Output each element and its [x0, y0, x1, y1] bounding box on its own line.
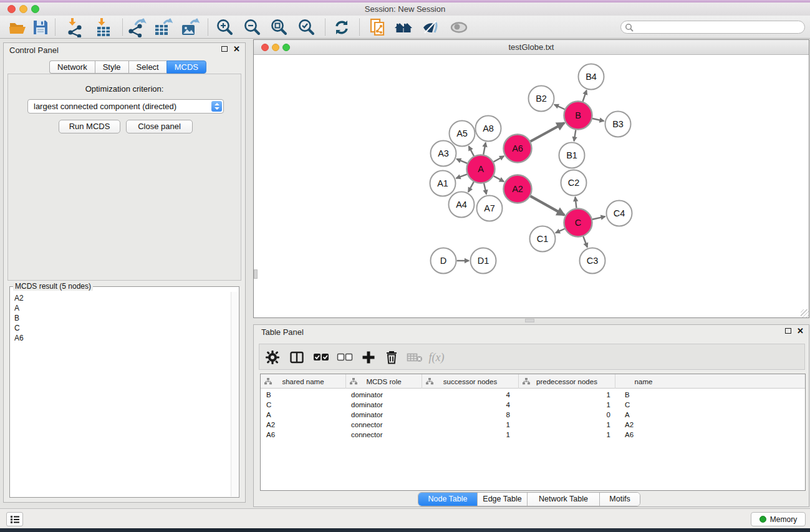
table-row[interactable]: C dominator 4 1 C: [261, 400, 805, 410]
mcds-result-item[interactable]: A2: [11, 293, 230, 303]
cell-mcds-role[interactable]: dominator: [346, 400, 422, 410]
cell-name[interactable]: A2: [615, 420, 672, 430]
save-session-button[interactable]: [30, 17, 51, 37]
cell-predecessor-nodes[interactable]: 1: [519, 400, 615, 410]
cell-shared-name[interactable]: B: [261, 390, 346, 400]
tab-select[interactable]: Select: [128, 60, 166, 74]
tab-network[interactable]: Network: [49, 60, 95, 74]
cell-successor-nodes[interactable]: 4: [422, 400, 519, 410]
float-panel-icon[interactable]: [221, 46, 228, 52]
table-row[interactable]: A2 connector 1 1 A2: [261, 420, 805, 430]
main-titlebar[interactable]: Session: New Session: [0, 2, 810, 16]
zoom-selected-button[interactable]: [296, 17, 317, 37]
clone-network-button[interactable]: [367, 17, 388, 37]
graph-edge-A6-B[interactable]: [531, 123, 564, 142]
select-all-button[interactable]: [311, 347, 331, 367]
cell-name[interactable]: A: [615, 410, 672, 420]
close-panel-icon[interactable]: ✕: [233, 45, 240, 53]
mcds-result-item[interactable]: C: [11, 323, 230, 333]
mcds-result-item[interactable]: A6: [11, 333, 230, 343]
mcds-result-item[interactable]: B: [11, 313, 230, 323]
graph-edge-C-C4[interactable]: [592, 216, 605, 220]
search-input[interactable]: [636, 22, 801, 32]
mcds-result-item[interactable]: A: [11, 303, 230, 313]
table-row[interactable]: A dominator 8 0 A: [261, 410, 805, 420]
cell-shared-name[interactable]: A: [261, 410, 346, 420]
cell-predecessor-nodes[interactable]: 1: [519, 430, 615, 440]
cell-predecessor-nodes[interactable]: 0: [519, 410, 615, 420]
mcds-result-list[interactable]: A2 A B C A6: [11, 293, 230, 496]
mcds-scrollbar[interactable]: [231, 292, 238, 496]
splitpane-grip-bottom[interactable]: [525, 319, 534, 322]
graph-edge-B-B2[interactable]: [554, 105, 565, 110]
zoom-in-button[interactable]: [215, 17, 236, 37]
cell-predecessor-nodes[interactable]: 1: [519, 420, 615, 430]
cell-successor-nodes[interactable]: 8: [422, 410, 519, 420]
hide-graphics-details-button[interactable]: [420, 17, 441, 37]
graph-edge-A-A7[interactable]: [484, 183, 486, 195]
column-header-shared-name[interactable]: shared name: [261, 374, 346, 389]
open-file-button[interactable]: [7, 17, 28, 37]
graph-edge-A-A5[interactable]: [469, 146, 474, 156]
cell-mcds-role[interactable]: dominator: [346, 390, 422, 400]
network-canvas[interactable]: B4B2BB3A5A8A6B1A3AA1C2A4A7A2C4CC1C3DD1: [254, 55, 809, 317]
graph-edge-C-C2[interactable]: [576, 197, 577, 208]
search-field[interactable]: [620, 21, 805, 34]
graph-edge-B-B1[interactable]: [574, 130, 576, 141]
delete-column-button[interactable]: [382, 347, 402, 367]
column-header-predecessor-nodes[interactable]: predecessor nodes: [519, 374, 615, 389]
graph-edge-A-A2[interactable]: [494, 176, 504, 181]
cell-name[interactable]: C: [615, 400, 672, 410]
cell-shared-name[interactable]: A2: [261, 420, 346, 430]
graph-edge-A-A4[interactable]: [468, 182, 474, 192]
zoom-fit-button[interactable]: [269, 17, 290, 37]
graph-edge-A-A1[interactable]: [456, 174, 467, 178]
column-header-successor-nodes[interactable]: successor nodes: [422, 374, 519, 389]
column-view-button[interactable]: [287, 347, 307, 367]
graph-edge-A-A6[interactable]: [494, 156, 504, 162]
home-view-button[interactable]: [393, 17, 414, 37]
export-network-button[interactable]: [126, 17, 147, 37]
zoom-out-button[interactable]: [242, 17, 263, 37]
graph-edge-C-C1[interactable]: [556, 229, 565, 233]
export-table-button[interactable]: [152, 17, 173, 37]
cell-mcds-role[interactable]: connector: [346, 420, 422, 430]
run-mcds-button[interactable]: Run MCDS: [59, 120, 120, 133]
cell-successor-nodes[interactable]: 4: [422, 390, 519, 400]
deselect-all-button[interactable]: [335, 347, 355, 367]
optimization-criterion-select[interactable]: largest connected component (directed): [27, 99, 224, 114]
graph-edge-A-A8[interactable]: [483, 143, 486, 155]
tab-motifs[interactable]: Motifs: [600, 493, 640, 506]
table-row[interactable]: B dominator 4 1 B: [261, 390, 805, 400]
column-header-mcds-role[interactable]: MCDS role: [346, 374, 422, 389]
cell-successor-nodes[interactable]: 1: [422, 420, 519, 430]
cell-name[interactable]: A6: [615, 430, 672, 440]
export-image-button[interactable]: [179, 17, 200, 37]
cell-predecessor-nodes[interactable]: 1: [519, 390, 615, 400]
network-window-titlebar[interactable]: testGlobe.txt: [254, 40, 809, 55]
import-table-button[interactable]: [93, 17, 114, 37]
import-network-button[interactable]: [65, 17, 86, 37]
tab-node-table[interactable]: Node Table: [418, 493, 478, 506]
close-panel-button[interactable]: Close panel: [126, 120, 193, 133]
splitpane-grip-left[interactable]: [254, 269, 258, 279]
delete-table-button[interactable]: [405, 347, 425, 367]
graph-edge-C-C3[interactable]: [583, 236, 587, 247]
column-header-name[interactable]: name: [615, 374, 672, 389]
cell-mcds-role[interactable]: connector: [346, 430, 422, 440]
graph-edge-A-A3[interactable]: [456, 159, 467, 163]
create-column-button[interactable]: [359, 347, 378, 367]
close-panel-icon[interactable]: ✕: [797, 327, 804, 335]
float-panel-icon[interactable]: [785, 328, 791, 334]
table-row[interactable]: A6 connector 1 1 A6: [261, 430, 805, 440]
tab-network-table[interactable]: Network Table: [528, 493, 600, 506]
tab-edge-table[interactable]: Edge Table: [478, 493, 528, 506]
show-graphics-details-button[interactable]: [448, 17, 470, 37]
window-resize-grip[interactable]: [801, 309, 809, 317]
cell-shared-name[interactable]: A6: [261, 430, 346, 440]
show-task-history-button[interactable]: [6, 512, 23, 526]
graph-edge-A2-C[interactable]: [531, 196, 565, 215]
tab-style[interactable]: Style: [95, 60, 128, 74]
memory-status-button[interactable]: Memory: [751, 512, 806, 526]
cell-name[interactable]: B: [615, 390, 672, 400]
